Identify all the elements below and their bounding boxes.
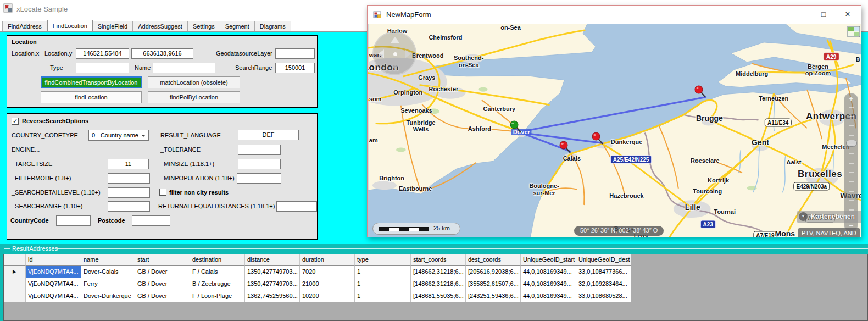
tab-diagrams[interactable]: Diagrams <box>255 21 291 31</box>
find-combined-transport-button[interactable]: findCombinedTransportByLocation <box>41 76 142 88</box>
pan-control[interactable] <box>372 31 416 75</box>
grid-cell[interactable]: [148662,31218;6... <box>411 278 466 290</box>
row-selector[interactable] <box>4 278 26 290</box>
grid-cell[interactable]: [243251,59436;6... <box>466 290 521 302</box>
grid-column-header-distance: distance <box>245 254 300 266</box>
postcode-input[interactable] <box>132 215 170 226</box>
pan-down-icon[interactable] <box>391 64 399 70</box>
match-location-button[interactable]: matchLocation (obsolete) <box>148 76 240 88</box>
tab-strip: FindAddressFindLocationSingleFieldAddres… <box>2 20 291 31</box>
countrycode-input[interactable] <box>56 215 91 226</box>
grid-column-header-uniquegeoid-start: UniqueGeoID_start <box>521 254 576 266</box>
newmapform-window: NewMapForm – □ × <box>367 5 861 237</box>
grid-cell[interactable]: [148681,55035;6... <box>411 290 466 302</box>
minimize-button[interactable]: – <box>787 7 811 23</box>
map-viewport[interactable]: A29A11/E34A25/E42/N225E429/N203aA23A54/E… <box>368 24 861 237</box>
result-language-input[interactable]: DEF <box>238 130 299 140</box>
grid-cell[interactable]: Ferry <box>81 278 135 290</box>
grid-cell[interactable]: [355852,61507;6... <box>466 278 521 290</box>
grid-cell[interactable]: 1350,427749703... <box>245 278 300 290</box>
grid-cell[interactable]: VjEoNDQ7MTA4... <box>26 266 81 278</box>
map-layers-icon[interactable] <box>847 26 860 37</box>
pan-left-icon[interactable] <box>378 49 384 58</box>
grid-cell[interactable]: F / Calais <box>190 266 245 278</box>
type-input[interactable] <box>76 63 129 73</box>
tab-singlefield[interactable]: SingleField <box>93 21 133 31</box>
grid-cell[interactable]: [205616,92038;6... <box>466 266 521 278</box>
row-selector[interactable] <box>4 290 26 302</box>
close-button[interactable]: × <box>836 7 860 23</box>
map-layers-button[interactable]: ▼ Kartenebenen <box>797 211 861 223</box>
map-pin-calais[interactable] <box>559 140 573 154</box>
searchrange-opt-input[interactable] <box>108 201 150 212</box>
location-x-input[interactable]: 146521,55484 <box>76 48 129 59</box>
map-pin-zeebrugge[interactable] <box>694 85 708 99</box>
grid-cell[interactable]: 1 <box>355 266 411 278</box>
find-location-button[interactable]: findLocation <box>41 91 142 103</box>
maximize-button[interactable]: □ <box>811 7 836 23</box>
grid-cell[interactable]: F / Loon-Plage <box>190 290 245 302</box>
row-selector[interactable]: ▶ <box>4 266 26 278</box>
grid-column-header-uniquegeoid-dest: UniqueGeoID_dest <box>576 254 631 266</box>
grid-cell[interactable]: VjEoNDQ7MTA4... <box>26 290 81 302</box>
grid-cell[interactable]: VjEoNDQ7MTA4... <box>26 278 81 290</box>
filter-non-city-checkbox[interactable] <box>159 189 166 196</box>
map-titlebar[interactable]: NewMapForm – □ × <box>368 6 861 24</box>
reverse-search-options-checkbox[interactable]: ✓ <box>12 118 19 125</box>
grid-cell[interactable]: 32,0,109283464... <box>576 278 631 290</box>
grid-cell[interactable]: 1350,427749703... <box>245 266 300 278</box>
coordinates-readout: 50° 26′ 36″ N, 002° 38′ 43″ O <box>574 226 664 236</box>
grid-cell[interactable]: [148662,31218;6... <box>411 266 466 278</box>
grid-cell[interactable]: GB / Dover <box>135 266 190 278</box>
grid-cell[interactable]: 44,0,108169349... <box>521 266 576 278</box>
find-poi-by-location-button[interactable]: findPoiByLocation <box>148 91 240 103</box>
winform-icon <box>373 10 382 19</box>
country-codetype-value: 0 - Country name <box>92 132 138 139</box>
searchdetaillevel-label: _SEARCHDETAILLEVEL (1.10+) <box>12 189 101 196</box>
grid-cell[interactable]: GB / Dover <box>135 278 190 290</box>
grid-cell[interactable]: Dover-Dunkerque <box>81 290 135 302</box>
grid-cell[interactable]: B / Zeebrugge <box>190 278 245 290</box>
grid-cell[interactable]: 10200 <box>300 290 355 302</box>
grid-cell[interactable]: 33,0,108680528... <box>576 290 631 302</box>
grid-cell[interactable]: 1362,745259560... <box>245 290 300 302</box>
grid-cell[interactable]: 1 <box>355 278 411 290</box>
filtermode-input[interactable] <box>108 173 150 184</box>
grid-cell[interactable]: 44,0,108169349... <box>521 290 576 302</box>
grid-cell[interactable]: 33,0,108477366... <box>576 266 631 278</box>
searchrange-input[interactable]: 150001 <box>275 63 315 73</box>
pan-center-dot[interactable] <box>393 52 397 56</box>
result-grid[interactable]: idnamestartdestinationdistancedurationty… <box>3 254 868 321</box>
name-input[interactable] <box>153 63 215 73</box>
tolerance-input[interactable] <box>238 145 281 155</box>
grid-cell[interactable]: 1 <box>355 290 411 302</box>
geodatasource-input[interactable] <box>275 48 315 59</box>
grid-cell[interactable]: 44,0,108169349... <box>521 278 576 290</box>
pan-right-icon[interactable] <box>405 49 411 58</box>
tab-findlocation[interactable]: FindLocation <box>47 20 93 31</box>
returnallequaldistances-input[interactable] <box>276 201 317 212</box>
map-pin-dover[interactable] <box>509 120 524 134</box>
searchdetaillevel-input[interactable] <box>108 187 150 198</box>
table-row: ▶VjEoNDQ7MTA4...Dover-CalaisGB / DoverF … <box>4 266 867 278</box>
country-codetype-select[interactable]: 0 - Country name <box>88 130 149 141</box>
pan-up-icon[interactable] <box>391 37 399 43</box>
tab-addresssuggest[interactable]: AddressSuggest <box>133 21 188 31</box>
grid-cell[interactable]: Dover-Calais <box>81 266 135 278</box>
tab-findaddress[interactable]: FindAddress <box>2 21 47 31</box>
minpopulation-input[interactable] <box>237 173 281 184</box>
targetsize-input[interactable]: 11 <box>108 159 149 169</box>
minsize-input[interactable] <box>238 159 281 169</box>
map-layers-button-label: Kartenebenen <box>811 213 855 220</box>
map-pin-dunkerque[interactable] <box>591 131 605 146</box>
location-y-label: Location.y <box>44 50 72 57</box>
location-y-input[interactable]: 6636138,9616 <box>131 48 193 59</box>
zoom-in-icon[interactable]: + <box>844 95 858 103</box>
grid-cell[interactable]: GB / Dover <box>135 290 190 302</box>
grid-cell[interactable]: 21000 <box>300 278 355 290</box>
zoom-slider-thumb[interactable] <box>846 140 857 147</box>
tab-settings[interactable]: Settings <box>188 21 220 31</box>
app-icon <box>3 3 13 13</box>
tab-segment[interactable]: Segment <box>220 21 255 31</box>
grid-cell[interactable]: 7020 <box>300 266 355 278</box>
